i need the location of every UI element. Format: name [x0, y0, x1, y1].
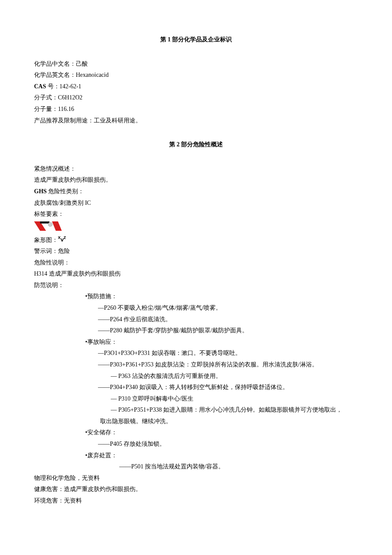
response-item-cont: 取出隐形眼镜。继续冲洗。 [34, 416, 358, 427]
section-2-title: 第 2 部分危险性概述 [34, 139, 358, 151]
pictogram-xvz: xvz [58, 236, 66, 243]
pictogram-line: 象形图：xvz [34, 233, 358, 246]
emergency-label: 紧急情况概述： [34, 163, 358, 175]
section-1-title: 第 1 部分化学品及企业标识 [34, 34, 358, 46]
storage-heading: •安全储存： [34, 427, 358, 439]
emergency-text: 造成严重皮肤灼伤和眼损伤。 [34, 174, 358, 186]
ghs-category-label: GHS 危险性类别： [34, 186, 358, 198]
ghs-pictogram-icon [34, 221, 60, 232]
physical-chemical-hazard: 物理和化学危险，无资料 [34, 473, 358, 484]
precaution-label: 防范说明： [34, 280, 358, 291]
cas-value: 号：142-62-1 [48, 83, 81, 90]
environmental-hazard: 环境危害：无资料 [34, 495, 358, 507]
english-name: 化学品英文名：Hexanoicacid [34, 70, 358, 81]
label-elements: 标签要素： [34, 209, 358, 220]
response-heading: •事故响应： [34, 337, 358, 348]
disposal-heading: •废弃处置： [34, 450, 358, 462]
prevention-item: ——P280 戴防护手套/穿防护服/戴防护眼罩/戴防护面具。 [34, 325, 358, 337]
svg-rect-2 [40, 221, 49, 224]
molecular-weight: 分子量：116.16 [34, 104, 358, 115]
ghs-category-text: 皮肤腐蚀/刺激类别 IC [34, 198, 358, 209]
response-item: —P3O1+P33O+P331 如误吞咽：漱口。不要诱导呕吐。 [34, 348, 358, 359]
disposal-item: ——P501 按当地法规处置内装物/容器。 [34, 461, 358, 473]
cas-number: CAS 号：142-62-1 [34, 81, 358, 93]
response-item: — P310 立即呼叫解毒中心/医生 [34, 393, 358, 405]
storage-item: ——P405 存放处须加锁。 [34, 439, 358, 450]
svg-point-3 [48, 222, 52, 227]
recommended-use: 产品推荐及限制用途：工业及科研用途。 [34, 115, 358, 127]
molecular-formula: 分子式：C6H12O2 [34, 92, 358, 104]
cas-prefix: CAS [34, 83, 48, 90]
health-hazard: 健康危害：造成严重皮肤灼伤和眼损伤。 [34, 484, 358, 495]
prevention-item: —P260 不要吸入粉尘/烟/气体/烟雾/蒸气/喷雾。 [34, 302, 358, 314]
pictogram-label: 象形图： [34, 236, 58, 243]
svg-marker-1 [52, 221, 62, 231]
hazard-statement-text: H314 造成严重皮肤灼伤和眼损伤 [34, 268, 358, 280]
response-item: ——P304+P340 如误吸入：将人转移到空气新鲜处，保持呼吸舒适体位。 [34, 382, 358, 393]
ghs-suffix: 危险性类别： [48, 188, 84, 195]
response-item: ——P303+P361+P353 如皮肤沾染：立即脱掉所有沾染的衣服。用水清洗皮… [34, 359, 358, 371]
signal-word: 警示词：危险 [34, 246, 358, 257]
prevention-heading: •预防措施： [34, 291, 358, 302]
response-item: — P305+P351+P338 如进入眼睛：用水小心冲洗几分钟。如戴隐形眼镜并… [34, 404, 358, 416]
ghs-prefix: GHS [34, 188, 48, 195]
hazard-statement-label: 危险性说明： [34, 257, 358, 269]
response-item: — P363 沾染的衣服清洗后方可重新使用。 [34, 371, 358, 382]
prevention-item: ——P264 作业后彻底清洗。 [34, 314, 358, 325]
chinese-name: 化学品中文名：己酸 [34, 58, 358, 70]
